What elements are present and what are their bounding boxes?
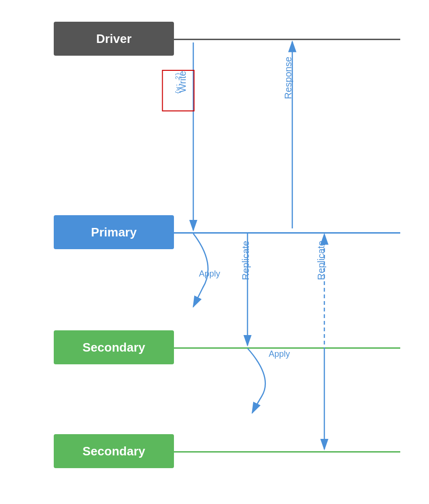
arrows-svg xyxy=(0,0,429,504)
secondary1-node: Secondary xyxy=(54,330,174,364)
diagram-container: Driver Primary Secondary Secondary {w: 2… xyxy=(0,0,429,504)
write-concern-box: {w: 2} xyxy=(162,70,195,111)
secondary1-label: Secondary xyxy=(82,340,145,355)
driver-node: Driver xyxy=(54,22,174,56)
apply1-label: Apply xyxy=(199,269,220,279)
primary-node: Primary xyxy=(54,215,174,249)
replicate2-arrow-label: Replicate xyxy=(316,241,327,280)
secondary2-label: Secondary xyxy=(82,444,145,459)
response-arrow-label: Response xyxy=(283,57,294,99)
replicate1-arrow-label: Replicate xyxy=(240,241,251,280)
write-concern-text: {w: 2} xyxy=(174,72,182,94)
secondary2-node: Secondary xyxy=(54,434,174,468)
driver-label: Driver xyxy=(96,32,132,46)
apply2-label: Apply xyxy=(269,349,290,359)
secondary1-apply-curve xyxy=(248,348,265,413)
primary-label: Primary xyxy=(91,225,137,240)
